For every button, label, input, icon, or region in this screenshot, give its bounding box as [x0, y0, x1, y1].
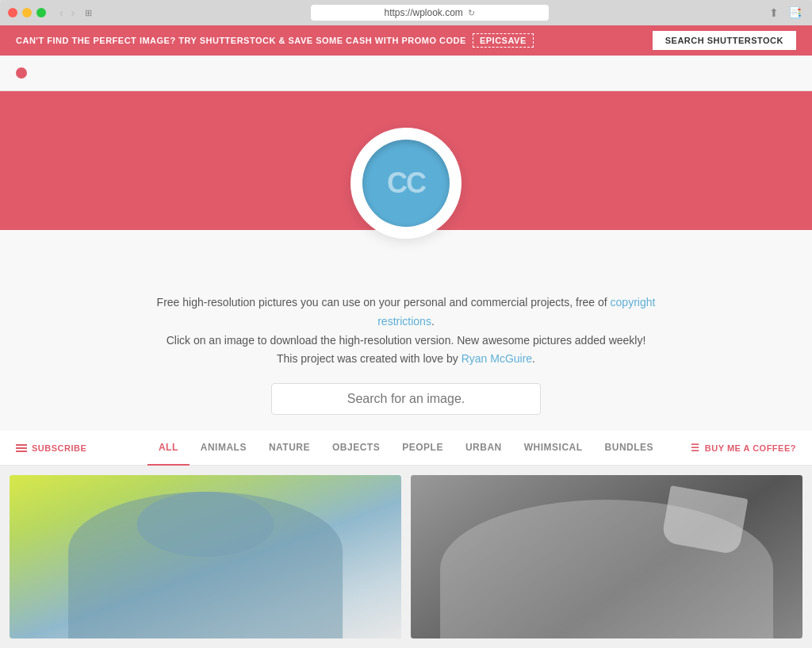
browser-titlebar: ‹ › ⊞ https://wplook.com ↻ ⬆ 📑: [0, 0, 812, 25]
desc-line3-prefix: This project was created with love by: [277, 352, 458, 365]
nav-tabs: SUBSCRIBE ALL ANIMALS NATURE OBJECTS PEO…: [0, 431, 812, 466]
share-button[interactable]: ⬆: [767, 6, 781, 19]
header-logo-dot: [16, 67, 27, 79]
desc-line3-end: .: [532, 352, 535, 365]
address-bar-container: https://wplook.com ↻: [97, 5, 762, 21]
gallery-item-1[interactable]: [10, 475, 401, 638]
back-button[interactable]: ‹: [57, 6, 66, 19]
author-link[interactable]: Ryan McGuire: [462, 352, 532, 365]
coffee-icon: ☰: [691, 443, 700, 454]
subscribe-label: SUBSCRIBE: [32, 443, 86, 453]
search-shutterstock-button[interactable]: SEARCH SHUTTERSTOCK: [653, 31, 796, 50]
tab-whimsical[interactable]: WHIMSICAL: [513, 431, 594, 466]
address-bar[interactable]: https://wplook.com ↻: [311, 5, 549, 21]
tab-objects[interactable]: OBJECTS: [321, 431, 391, 466]
window-view-button[interactable]: ⊞: [85, 8, 92, 18]
forward-button[interactable]: ›: [69, 6, 78, 19]
gallery-section: [0, 466, 812, 648]
hero-logo-outer: CC: [350, 128, 462, 239]
desc-line1-end: .: [431, 315, 435, 328]
coffee-button[interactable]: ☰ BUY ME A COFFEE?: [691, 443, 796, 454]
promo-message: CAN'T FIND THE PERFECT IMAGE? TRY SHUTTE…: [16, 36, 466, 45]
browser-nav-buttons: ‹ ›: [57, 6, 77, 19]
hero-section: CC: [0, 91, 812, 230]
close-button[interactable]: [8, 8, 17, 17]
promo-banner: CAN'T FIND THE PERFECT IMAGE? TRY SHUTTE…: [0, 25, 812, 56]
promo-text: CAN'T FIND THE PERFECT IMAGE? TRY SHUTTE…: [16, 33, 534, 48]
tab-nature[interactable]: NATURE: [258, 431, 321, 466]
url-text: https://wplook.com: [384, 7, 462, 18]
bookmark-button[interactable]: 📑: [786, 6, 804, 19]
promo-code: EPICSAVE: [473, 33, 534, 48]
maximize-button[interactable]: [36, 8, 46, 17]
tab-bundles[interactable]: BUNDLES: [594, 431, 665, 466]
toolbar-right: ⬆ 📑: [767, 6, 804, 19]
hero-logo-text: CC: [387, 167, 425, 200]
refresh-icon: ↻: [468, 8, 475, 18]
tab-animals[interactable]: ANIMALS: [190, 431, 258, 466]
page-content: CAN'T FIND THE PERFECT IMAGE? TRY SHUTTE…: [0, 25, 812, 648]
subscribe-button[interactable]: SUBSCRIBE: [16, 443, 86, 453]
minimize-button[interactable]: [22, 8, 32, 17]
hero-logo-inner: CC: [362, 140, 450, 227]
browser-window: ‹ › ⊞ https://wplook.com ↻ ⬆ 📑 CAN'T FIN…: [0, 0, 812, 648]
tab-urban[interactable]: URBAN: [454, 431, 513, 466]
search-input[interactable]: [271, 383, 541, 415]
tabs-center: ALL ANIMALS NATURE OBJECTS PEOPLE URBAN …: [147, 431, 665, 466]
tab-people[interactable]: PEOPLE: [391, 431, 454, 466]
tab-all[interactable]: ALL: [147, 431, 190, 466]
coffee-label: BUY ME A COFFEE?: [705, 443, 796, 453]
subscribe-icon: [16, 444, 27, 452]
description-section: Free high-resolution pictures you can us…: [0, 230, 812, 431]
search-box-container: [271, 383, 541, 415]
description-text: Free high-resolution pictures you can us…: [128, 293, 684, 369]
site-header: [0, 56, 812, 91]
desc-line1: Free high-resolution pictures you can us…: [157, 296, 607, 309]
gallery-item-2[interactable]: [411, 475, 802, 638]
desc-line2: Click on an image to download the high-r…: [167, 334, 646, 347]
